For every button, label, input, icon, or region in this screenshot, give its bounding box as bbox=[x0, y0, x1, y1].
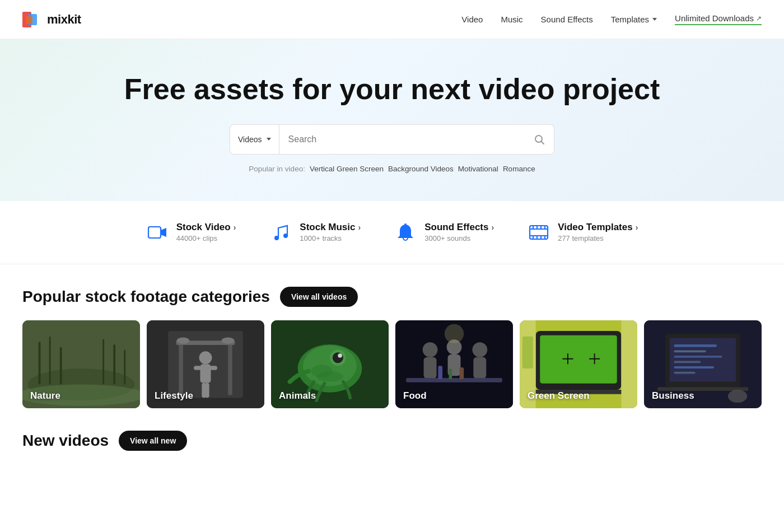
svg-point-37 bbox=[199, 351, 212, 364]
category-card-business[interactable]: Business bbox=[644, 320, 762, 409]
nav-unlimited-downloads[interactable]: Unlimited Downloads ↗ bbox=[675, 13, 762, 25]
svg-rect-19 bbox=[540, 235, 542, 239]
nav-sound-effects[interactable]: Sound Effects bbox=[541, 15, 593, 24]
search-icon bbox=[534, 134, 545, 145]
card-label-lifestyle: Lifestyle bbox=[155, 390, 193, 402]
asset-categories-row: Stock Video › 44000+ clips Stock Music ›… bbox=[0, 201, 784, 264]
chevron-down-icon bbox=[652, 18, 657, 21]
card-label-greenscreen: Green Screen bbox=[528, 390, 590, 402]
svg-rect-11 bbox=[530, 228, 548, 230]
nav-music[interactable]: Music bbox=[501, 15, 522, 24]
svg-rect-53 bbox=[424, 357, 437, 379]
main-nav: Video Music Sound Effects Templates Unli… bbox=[461, 13, 762, 25]
chevron-right-icon: › bbox=[234, 223, 236, 232]
asset-category-name: Stock Video › bbox=[176, 222, 236, 233]
popular-label: Popular in video: bbox=[249, 165, 305, 173]
section-header: Popular stock footage categories View al… bbox=[22, 287, 762, 307]
popular-link-1[interactable]: Background Videos bbox=[388, 165, 454, 173]
video-icon bbox=[146, 221, 169, 244]
svg-point-62 bbox=[445, 324, 464, 343]
svg-rect-15 bbox=[540, 226, 542, 228]
category-card-animals[interactable]: Animals bbox=[271, 320, 389, 409]
svg-rect-82 bbox=[674, 371, 695, 374]
search-button[interactable] bbox=[525, 125, 554, 154]
svg-marker-6 bbox=[161, 228, 166, 237]
svg-line-4 bbox=[542, 141, 544, 144]
svg-rect-9 bbox=[404, 223, 407, 225]
search-input[interactable] bbox=[279, 125, 525, 154]
svg-rect-78 bbox=[674, 350, 706, 352]
svg-point-7 bbox=[274, 236, 279, 240]
asset-category-stock-video[interactable]: Stock Video › 44000+ clips bbox=[146, 221, 236, 244]
svg-point-84 bbox=[728, 390, 747, 403]
svg-rect-17 bbox=[533, 235, 534, 239]
svg-rect-80 bbox=[674, 361, 701, 363]
svg-rect-28 bbox=[124, 349, 125, 384]
header: mixkit Video Music Sound Effects Templat… bbox=[0, 0, 784, 39]
category-card-greenscreen[interactable]: Green Screen bbox=[520, 320, 637, 409]
popular-links: Popular in video: Vertical Green Screen … bbox=[22, 165, 762, 173]
asset-category-video-templates[interactable]: Video Templates › 277 templates bbox=[528, 221, 638, 244]
hero-title: Free assets for your next video project bbox=[22, 73, 762, 106]
film-icon bbox=[528, 221, 550, 244]
nav-video[interactable]: Video bbox=[461, 15, 483, 24]
category-card-lifestyle[interactable]: Lifestyle bbox=[147, 320, 264, 409]
svg-rect-24 bbox=[49, 336, 51, 384]
search-type-dropdown[interactable]: Videos bbox=[230, 125, 279, 154]
popular-link-0[interactable]: Vertical Green Screen bbox=[310, 165, 384, 173]
chevron-right-icon: › bbox=[636, 223, 638, 232]
svg-rect-79 bbox=[674, 356, 722, 358]
asset-category-name: Video Templates › bbox=[558, 222, 638, 233]
category-grid: Nature bbox=[22, 320, 762, 409]
nav-templates[interactable]: Templates bbox=[611, 15, 657, 24]
new-videos-section: New videos View all new bbox=[0, 419, 784, 487]
svg-rect-58 bbox=[406, 378, 502, 382]
view-all-new-button[interactable]: View all new bbox=[119, 431, 187, 451]
svg-rect-13 bbox=[533, 226, 534, 228]
card-label-business: Business bbox=[652, 390, 694, 402]
search-bar: Videos bbox=[230, 124, 554, 155]
svg-rect-5 bbox=[148, 227, 161, 238]
svg-rect-42 bbox=[205, 382, 209, 398]
svg-rect-18 bbox=[536, 235, 538, 239]
popular-link-3[interactable]: Romance bbox=[503, 165, 535, 173]
svg-point-35 bbox=[176, 337, 189, 343]
svg-rect-38 bbox=[200, 364, 211, 382]
asset-category-name: Stock Music › bbox=[300, 222, 361, 233]
section-title: Popular stock footage categories bbox=[22, 288, 270, 306]
new-videos-header: New videos View all new bbox=[22, 431, 762, 451]
popular-categories-section: Popular stock footage categories View al… bbox=[0, 264, 784, 420]
chevron-right-icon: › bbox=[358, 223, 361, 232]
svg-rect-32 bbox=[179, 342, 183, 395]
view-all-videos-button[interactable]: View all videos bbox=[280, 287, 358, 307]
svg-rect-60 bbox=[449, 368, 452, 379]
asset-category-count: 3000+ sounds bbox=[424, 234, 494, 242]
logo-icon bbox=[22, 12, 43, 27]
svg-rect-57 bbox=[473, 357, 486, 379]
hero-section: Free assets for your next video project … bbox=[0, 39, 784, 201]
card-label-food: Food bbox=[403, 390, 427, 402]
logo[interactable]: mixkit bbox=[22, 12, 81, 27]
svg-point-47 bbox=[333, 352, 343, 363]
svg-rect-33 bbox=[228, 342, 232, 395]
asset-category-sound-effects[interactable]: Sound Effects › 3000+ sounds bbox=[394, 221, 494, 244]
svg-point-8 bbox=[283, 234, 288, 238]
svg-rect-20 bbox=[544, 235, 545, 239]
svg-point-36 bbox=[222, 337, 235, 343]
svg-rect-14 bbox=[536, 226, 538, 228]
category-card-food[interactable]: Food bbox=[395, 320, 513, 409]
external-link-icon: ↗ bbox=[756, 15, 762, 22]
category-card-nature[interactable]: Nature bbox=[22, 320, 140, 409]
svg-rect-2 bbox=[26, 16, 32, 24]
asset-category-stock-music[interactable]: Stock Music › 1000+ tracks bbox=[269, 221, 361, 244]
svg-rect-16 bbox=[544, 226, 545, 228]
svg-point-52 bbox=[423, 342, 438, 357]
logo-text: mixkit bbox=[47, 12, 81, 27]
svg-rect-77 bbox=[674, 344, 716, 347]
music-icon bbox=[269, 221, 292, 244]
popular-link-2[interactable]: Motivational bbox=[458, 165, 498, 173]
card-label-nature: Nature bbox=[30, 390, 60, 402]
svg-point-48 bbox=[338, 353, 342, 358]
svg-rect-61 bbox=[460, 367, 464, 379]
svg-rect-72 bbox=[621, 320, 637, 409]
